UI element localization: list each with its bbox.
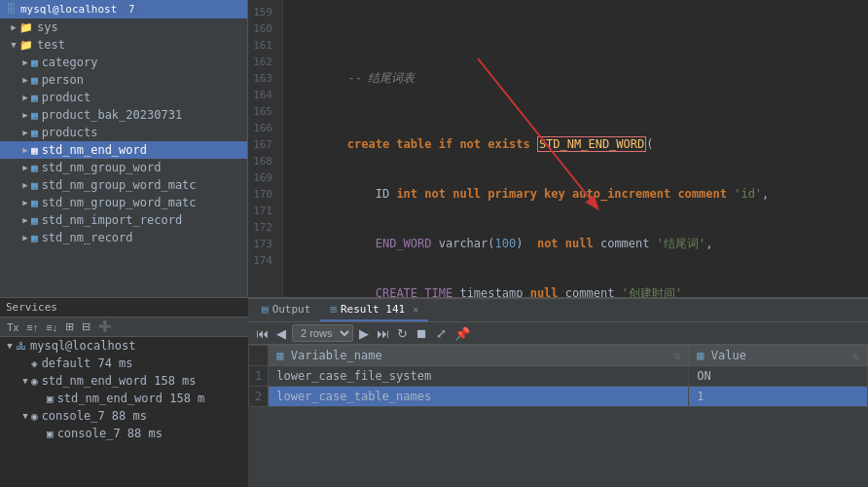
sidebar-item-category[interactable]: ▶ ▦ category xyxy=(0,54,247,71)
sidebar-label: std_nm_end_word xyxy=(42,143,147,157)
sidebar-label: std_nm_record xyxy=(42,231,133,244)
services-tree: ▼ 🖧 mysql@localhost ◈ default 74 ms ▼ ◉ … xyxy=(0,337,248,487)
sidebar-label: person xyxy=(42,73,84,87)
services-sort-up-button[interactable]: ≡↑ xyxy=(23,320,41,334)
tab-output[interactable]: ▤ Output xyxy=(252,299,320,321)
table-row[interactable]: 1 lower_case_file_system ON xyxy=(249,366,868,387)
services-label: std_nm_end_word 158 m xyxy=(57,392,205,405)
sidebar-item-std-nm-group-word-match-1[interactable]: ▶ ▦ std_nm_group_word_matc xyxy=(0,176,247,194)
sidebar-item-products[interactable]: ▶ ▦ products xyxy=(0,124,247,141)
sidebar-label: product xyxy=(42,91,91,104)
code-line-163: create table if not exists STD_NM_END_WO… xyxy=(291,103,860,169)
sidebar-header: 🗄 mysql@localhost 7 xyxy=(0,0,247,19)
code-line-161 xyxy=(291,37,860,54)
tab-result[interactable]: ⊞ Result 141 ✕ xyxy=(320,299,428,321)
tab-output-label: Output xyxy=(272,303,311,316)
first-page-button[interactable]: ⏮ xyxy=(254,325,271,342)
stop-button[interactable]: ⏹ xyxy=(414,325,430,342)
refresh-button[interactable]: ↻ xyxy=(395,325,410,342)
services-label: mysql@localhost xyxy=(30,339,135,353)
expand-button[interactable]: ⤢ xyxy=(434,325,449,342)
sidebar-item-test[interactable]: ▼ 📁 test xyxy=(0,36,247,54)
sidebar-label: category xyxy=(42,56,98,69)
services-remove-button[interactable]: ⊟ xyxy=(79,319,93,334)
chevron-icon: ▶ xyxy=(8,22,19,32)
db-icon: 🗄 xyxy=(6,3,17,16)
row-number: 1 xyxy=(249,366,269,387)
sidebar-label: std_nm_import_record xyxy=(42,213,183,227)
services-item-std-nm-group[interactable]: ▼ ◉ std_nm_end_word 158 ms xyxy=(0,372,248,390)
services-tx-button[interactable]: Tx xyxy=(4,320,21,334)
table-header-row: ▦ Variable_name ⇅ ▦ Value ⇅ xyxy=(249,346,868,366)
sidebar-item-product-bak[interactable]: ▶ ▦ product_bak_20230731 xyxy=(0,106,247,124)
sidebar-label: std_nm_group_word xyxy=(42,161,162,174)
next-page-button[interactable]: ▶ xyxy=(357,325,371,342)
cell-value: 1 xyxy=(689,387,868,407)
folder-icon: 📁 xyxy=(19,21,33,34)
sidebar-db-title: mysql@localhost xyxy=(20,3,117,16)
code-line-166: CREATE_TIME timestamp null comment '创建时间… xyxy=(291,269,860,297)
column-value[interactable]: ▦ Value ⇅ xyxy=(689,346,868,366)
services-item-console7-group[interactable]: ▼ ◉ console_7 88 ms xyxy=(0,407,248,425)
chevron-icon: ▶ xyxy=(19,163,31,172)
code-editor[interactable]: -- 结尾词表 create table if not exists STD_N… xyxy=(283,0,868,297)
console-icon: ▣ xyxy=(47,393,54,405)
result-table: ▦ Variable_name ⇅ ▦ Value ⇅ 1 xyxy=(248,345,868,487)
sidebar-label: product_bak_20230731 xyxy=(42,108,183,122)
sort-icon: ⇅ xyxy=(852,349,859,362)
row-number: 2 xyxy=(249,387,269,407)
sidebar-item-std-nm-group-word[interactable]: ▶ ▦ std_nm_group_word xyxy=(0,159,247,176)
table-icon: ▦ xyxy=(31,109,38,122)
sidebar-item-std-nm-record[interactable]: ▶ ▦ std_nm_record xyxy=(0,229,247,246)
sidebar-label: sys xyxy=(37,20,58,34)
cell-variable-name: lower_case_file_system xyxy=(269,366,689,387)
sidebar-item-sys[interactable]: ▶ 📁 sys xyxy=(0,19,247,36)
sidebar-item-std-nm-end-word[interactable]: ▶ ▦ std_nm_end_word xyxy=(0,141,247,159)
chevron-icon: ▶ xyxy=(19,198,31,207)
pin-button[interactable]: 📌 xyxy=(452,325,472,342)
sidebar-item-std-nm-import-record[interactable]: ▶ ▦ std_nm_import_record xyxy=(0,211,247,229)
chevron-icon: ▶ xyxy=(19,75,31,85)
line-numbers: 159 160 161 162 163 164 165 166 167 168 … xyxy=(248,0,283,297)
table-icon: ▦ xyxy=(31,197,38,209)
close-result-tab-button[interactable]: ✕ xyxy=(413,304,418,315)
table-icon: ▦ xyxy=(31,144,38,157)
sidebar-item-std-nm-group-word-match-2[interactable]: ▶ ▦ std_nm_group_word_matc xyxy=(0,194,247,211)
code-line-160 xyxy=(291,20,860,37)
services-item-std-nm-console[interactable]: ▣ std_nm_end_word 158 m xyxy=(0,390,248,407)
column-variable-name[interactable]: ▦ Variable_name ⇅ xyxy=(269,346,689,366)
editor-area: 159 160 161 162 163 164 165 166 167 168 … xyxy=(248,0,868,297)
session-group-icon: ◉ xyxy=(31,410,38,423)
table-icon: ▦ xyxy=(31,56,38,69)
main-area: 159 160 161 162 163 164 165 166 167 168 … xyxy=(248,0,868,487)
table-icon: ▦ xyxy=(31,92,38,104)
prev-page-button[interactable]: ◀ xyxy=(274,325,288,342)
services-label: std_nm_end_word 158 ms xyxy=(42,374,197,388)
services-plus-button[interactable]: ➕ xyxy=(95,319,115,334)
services-sort-down-button[interactable]: ≡↓ xyxy=(43,320,60,334)
chevron-icon: ▶ xyxy=(19,145,31,155)
services-label: console_7 88 ms xyxy=(42,409,147,423)
services-item-mysql[interactable]: ▼ 🖧 mysql@localhost xyxy=(0,337,248,355)
sidebar-item-product[interactable]: ▶ ▦ product xyxy=(0,89,247,106)
code-line-162: -- 结尾词表 xyxy=(291,54,860,103)
chevron-icon: ▶ xyxy=(19,180,31,190)
console-icon: ▣ xyxy=(47,428,54,440)
services-item-console7[interactable]: ▣ console_7 88 ms xyxy=(0,425,248,442)
services-item-default[interactable]: ◈ default 74 ms xyxy=(0,355,248,372)
cell-value: ON xyxy=(689,366,868,387)
chevron-icon: ▶ xyxy=(19,57,31,67)
sidebar-badge: 7 xyxy=(125,4,138,15)
sidebar-item-person[interactable]: ▶ ▦ person xyxy=(0,71,247,89)
folder-icon: 📁 xyxy=(19,39,33,52)
code-line-159 xyxy=(291,4,860,20)
services-add-button[interactable]: ⊞ xyxy=(62,319,77,334)
result-icon: ⊞ xyxy=(330,303,337,316)
bottom-toolbar: ⏮ ◀ 2 rows ▶ ⏭ ↻ ⏹ ⤢ 📌 xyxy=(248,322,868,345)
table-row[interactable]: 2 lower_case_table_names 1 xyxy=(249,387,868,407)
chevron-icon: ▼ xyxy=(19,376,31,386)
sidebar-label: products xyxy=(42,126,98,139)
chevron-icon: ▶ xyxy=(19,93,31,102)
last-page-button[interactable]: ⏭ xyxy=(375,325,391,342)
rows-select[interactable]: 2 rows xyxy=(292,324,353,342)
